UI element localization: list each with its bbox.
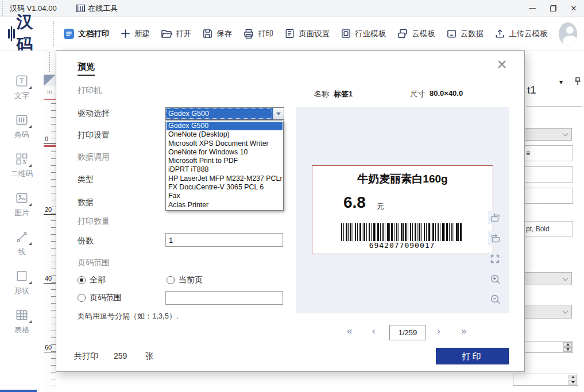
dialog-close-button[interactable]: × [494, 57, 510, 73]
fit-view-button[interactable] [488, 252, 502, 266]
spin-up-icon[interactable] [568, 375, 577, 379]
type-label: 类型 [78, 174, 94, 185]
sidebar-item-shape[interactable]: 形状 [0, 263, 44, 302]
toolbar-cloud-templates[interactable]: 云模板 [397, 22, 435, 45]
panel-select-1[interactable] [520, 128, 572, 141]
ruler-tick-label: 20 [45, 206, 53, 213]
sidebar-item-image[interactable]: 图片 [0, 185, 44, 224]
radio-page-range[interactable]: 页码范围 [78, 293, 122, 303]
flyout-corner [29, 242, 32, 245]
toolbar-page-setup[interactable]: 页面设置 [284, 22, 330, 45]
rotate-right-button[interactable] [488, 231, 502, 245]
prev-page-button[interactable]: ‹ [372, 325, 376, 337]
logo-text: 汉码 [17, 11, 43, 57]
size-value: 80.0×40.0 [430, 89, 463, 98]
chevron-down-icon [563, 131, 568, 137]
copies-input[interactable] [165, 233, 283, 247]
radio-all-pages[interactable]: 全部 [78, 275, 106, 285]
total-prefix: 共打印 [74, 351, 98, 362]
minimize-icon [529, 8, 536, 9]
line-icon [15, 230, 29, 244]
sidebar-item-barcode[interactable]: 条码 [0, 107, 44, 146]
driver-option[interactable]: OneNote (Desktop) [167, 130, 283, 139]
sidebar-item-qrcode[interactable]: 二维码 [0, 146, 44, 185]
currency-unit: 元 [377, 201, 384, 212]
label-canvas: 牛奶麦丽素白160g 6.8 元 6942077090017 [312, 165, 493, 254]
zoom-in-button[interactable] [488, 272, 502, 286]
panel-spinner-2[interactable] [513, 374, 578, 386]
folder-icon [161, 28, 172, 40]
spin-down-icon[interactable] [563, 347, 572, 352]
sidebar-item-line[interactable]: 线 [0, 224, 44, 263]
next-page-button[interactable]: › [437, 325, 440, 337]
page-range-input[interactable] [165, 291, 283, 305]
chevron-down-icon [563, 275, 568, 281]
driver-select-label: 驱动选择 [78, 108, 110, 119]
window-controls: × [522, 0, 584, 17]
pin-icon[interactable] [574, 77, 581, 86]
data-label: 数据 [78, 197, 94, 208]
sidebar-item-text[interactable]: 文字 [0, 68, 44, 107]
ruler-zero-marker [44, 145, 56, 147]
panel-input-2[interactable] [524, 166, 573, 183]
driver-option[interactable]: HP LaserJet MFP M232-M237 PCLm [167, 174, 283, 183]
barcode-icon [15, 113, 29, 127]
online-tools-button[interactable]: 在线工具 [72, 0, 123, 17]
toolbar-save[interactable]: 保存 [202, 22, 232, 45]
close-window-button[interactable]: × [563, 0, 584, 17]
driver-option[interactable]: FX DocuCentre-V 3065 PCL 6 [167, 183, 283, 192]
driver-option[interactable]: Microsoft Print to PDF [167, 157, 283, 165]
panel-collapse-caret[interactable]: ▾ [559, 78, 563, 86]
rotate-right-icon [489, 232, 501, 244]
toolbar-doc-print[interactable]: 文档打印 [63, 22, 109, 45]
print-button[interactable]: 打印 [436, 348, 509, 364]
window-bottom-accent [0, 390, 37, 392]
toolbar-open[interactable]: 打开 [161, 22, 191, 45]
spin-down-icon[interactable] [568, 380, 577, 385]
preview-dialog: × 预览 打印机 驱动选择 打印设置 数据调用 类型 数据 打印数量 份数 页码… [56, 51, 525, 372]
online-tools-label: 在线工具 [88, 3, 118, 14]
panel-input-3[interactable] [524, 188, 573, 204]
first-page-button[interactable]: « [347, 325, 352, 337]
restore-button[interactable] [543, 0, 563, 17]
panel-spinner-1[interactable] [524, 341, 573, 353]
rotate-left-icon [489, 212, 501, 224]
panel-font-box[interactable]: pt, Bold [524, 221, 573, 236]
ruler-unit: m [47, 88, 52, 95]
driver-option[interactable]: OneNote for Windows 10 [167, 148, 283, 157]
plus-icon [120, 28, 131, 39]
range-hint: 页码用逗号分隔（如：1,3,5）. [78, 311, 179, 321]
minimize-button[interactable] [522, 0, 543, 17]
toolbar-industry-templates[interactable]: 行业模板 [341, 22, 386, 45]
label-preview-area: 牛奶麦丽素白160g 6.8 元 6942077090017 [296, 107, 509, 313]
user-avatar[interactable] [559, 22, 577, 45]
driver-option[interactable]: Aclas Printer [167, 201, 283, 209]
driver-option[interactable]: Microsoft XPS Document Writer [167, 139, 283, 148]
toolbar-upload-template[interactable]: 上传云模板 [494, 22, 548, 45]
zoom-out-icon [489, 293, 501, 305]
page-setup-icon [284, 28, 295, 39]
toolbar-cloud-data[interactable]: 云数据 [446, 22, 484, 45]
driver-option[interactable]: iDPRT iT888 [167, 165, 283, 174]
driver-combobox[interactable]: Godex G500 [165, 107, 284, 120]
panel-select-3[interactable] [520, 305, 572, 319]
driver-option[interactable]: Godex G500 [167, 122, 283, 130]
panel-select-2[interactable] [520, 272, 572, 285]
printer-icon [243, 28, 254, 40]
toolbar-separator [53, 21, 54, 46]
zoom-out-button[interactable] [488, 292, 502, 306]
flyout-corner [29, 203, 32, 206]
driver-option[interactable]: Fax [167, 192, 283, 200]
radio-current-page[interactable]: 当前页 [167, 275, 203, 285]
last-page-button[interactable]: » [461, 325, 466, 337]
rotate-left-button[interactable] [488, 211, 502, 224]
flyout-corner [29, 125, 32, 128]
combobox-dropdown-button[interactable] [273, 108, 284, 119]
panel-input-1[interactable]: ≡ [524, 145, 573, 161]
toolbar-new[interactable]: 新建 [120, 22, 150, 45]
toolbar-print[interactable]: 打印 [243, 22, 273, 45]
barcode-graphic [341, 223, 463, 241]
spin-up-icon[interactable] [563, 342, 572, 347]
sidebar-item-table[interactable]: 表格 [0, 302, 44, 341]
ruler-tick-label: 40 [45, 275, 53, 282]
